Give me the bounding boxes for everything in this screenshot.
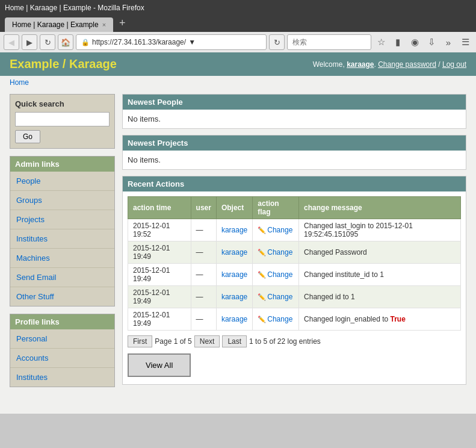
pagination: First Page 1 of 5 Next Last 1 to 5 of 22… [128,331,461,350]
machines-link[interactable]: Machines [16,254,50,263]
sidebar-item-institutes-profile[interactable]: Institutes [10,368,114,387]
sidebar-item-accounts[interactable]: Accounts [10,349,114,368]
institutes-link[interactable]: Institutes [16,234,48,243]
send-email-link[interactable]: Send Email [16,273,56,282]
change-password-link[interactable]: Change password [378,60,436,69]
newest-projects-panel: Newest Projects No items. [122,135,466,170]
change-icon: ✏️ [258,249,266,256]
user-link[interactable]: karaage [221,315,247,323]
tab-label: Home | Karaage | Example [12,20,99,29]
first-button[interactable]: First [128,335,152,347]
institutes-profile-link[interactable]: Institutes [16,373,48,382]
change-message-cell: Changed last_login to 2015-12-01 19:52:4… [299,219,461,241]
accounts-link[interactable]: Accounts [16,353,48,362]
change-message-cell: Changed institute_id to 1 [299,264,461,286]
action-time-cell: 2015-12-01 19:49 [128,264,191,286]
recent-actions-panel: Recent Actions action time user Object a… [122,176,466,385]
menu-icon[interactable]: ☰ [458,37,472,48]
sidebar-item-people[interactable]: People [10,172,114,191]
action-time-cell: 2015-12-01 19:49 [128,308,191,331]
quick-search-title: Quick search [15,99,110,108]
change-link[interactable]: Change [267,293,292,301]
newest-projects-empty: No items. [128,155,161,164]
sidebar-item-other-stuff[interactable]: Other Stuff [10,287,114,306]
object-cell: karaage [216,241,252,264]
change-link[interactable]: Change [267,248,292,257]
action-flag-cell: ✏️Change [253,241,299,264]
object-cell: karaage [216,308,252,331]
user-link[interactable]: karaage [221,270,247,279]
sidebar-item-institutes[interactable]: Institutes [10,229,114,249]
personal-link[interactable]: Personal [16,334,47,343]
user-dash-cell: — [191,219,216,241]
change-link[interactable]: Change [267,315,292,323]
change-icon: ✏️ [258,293,266,300]
user-dash-cell: — [191,308,216,331]
object-cell: karaage [216,219,252,241]
groups-link[interactable]: Groups [16,196,42,205]
url-text: https://27.34.161.33/karaage/ [92,38,186,46]
logout-link[interactable]: Log out [442,60,466,69]
change-message-cell: Changed login_enabled to True [299,308,461,331]
reload-button[interactable]: ↻ [269,34,285,50]
last-button[interactable]: Last [222,335,247,347]
sidebar-item-personal[interactable]: Personal [10,329,114,349]
sidebar-item-send-email[interactable]: Send Email [10,268,114,287]
refresh-button[interactable]: ↻ [40,34,55,50]
forward-button[interactable]: ▶ [22,34,37,50]
bookmark-star-icon[interactable]: ☆ [374,37,388,48]
recent-actions-header: Recent Actions [123,176,466,191]
projects-link[interactable]: Projects [16,215,45,224]
people-link[interactable]: People [16,176,40,185]
other-stuff-link[interactable]: Other Stuff [16,292,54,301]
browser-tabs: Home | Karaage | Example × + [5,14,471,32]
user-link[interactable]: karaage [221,293,247,301]
tab-close-button[interactable]: × [102,21,106,28]
change-link[interactable]: Change [267,226,292,234]
content-area: Quick search Go Admin links People Group… [0,89,476,399]
newest-people-panel: Newest People No items. [122,94,466,129]
go-button[interactable]: Go [15,130,40,143]
user-dash-cell: — [191,241,216,264]
sidebar-item-projects[interactable]: Projects [10,210,114,229]
breadcrumb-home[interactable]: Home [10,78,29,87]
col-user: user [191,197,216,219]
change-icon: ✏️ [258,226,266,234]
home-button[interactable]: 🏠 [58,34,73,50]
actions-table: action time user Object action flag chan… [128,196,461,331]
url-dropdown-icon[interactable]: ▼ [188,38,196,46]
sidebar: Quick search Go Admin links People Group… [10,94,115,394]
quick-search-input[interactable] [15,112,110,126]
change-message-cell: Changed Password [299,241,461,264]
change-icon: ✏️ [258,316,266,323]
next-button[interactable]: Next [194,335,220,347]
browser-titlebar: Home | Karaage | Example - Mozilla Firef… [5,4,471,14]
url-bar[interactable]: 🔒 https://27.34.161.33/karaage/ ▼ [76,34,267,50]
view-all-button[interactable]: View All [128,353,191,377]
more-icon[interactable]: » [441,37,456,48]
object-cell: karaage [216,286,252,308]
object-cell: karaage [216,264,252,286]
new-tab-button[interactable]: + [114,14,131,32]
site-title: Example / Karaage [10,57,117,71]
change-link[interactable]: Change [267,270,292,279]
download-icon[interactable]: ⇩ [424,37,439,48]
sidebar-item-groups[interactable]: Groups [10,191,114,210]
browser-tab-active[interactable]: Home | Karaage | Example × [5,17,113,32]
action-time-cell: 2015-12-01 19:52 [128,219,191,241]
back-button[interactable]: ◀ [4,34,19,50]
username-link[interactable]: karaage [347,60,374,69]
shield-icon[interactable]: ◉ [407,37,422,48]
action-flag-cell: ✏️Change [253,308,299,331]
action-flag-cell: ✏️Change [253,264,299,286]
user-info: Welcome, karaage. Change password / Log … [313,60,466,69]
action-time-cell: 2015-12-01 19:49 [128,241,191,264]
user-link[interactable]: karaage [221,248,247,257]
user-link[interactable]: karaage [221,226,247,234]
action-flag-cell: ✏️Change [253,286,299,308]
sidebar-item-machines[interactable]: Machines [10,249,114,268]
table-row: 2015-12-01 19:49 — karaage ✏️Change Chan… [128,241,461,264]
table-row: 2015-12-01 19:52 — karaage ✏️Change Chan… [128,219,461,241]
bookmark-icon[interactable]: ▮ [391,37,405,48]
search-input[interactable] [287,34,371,50]
